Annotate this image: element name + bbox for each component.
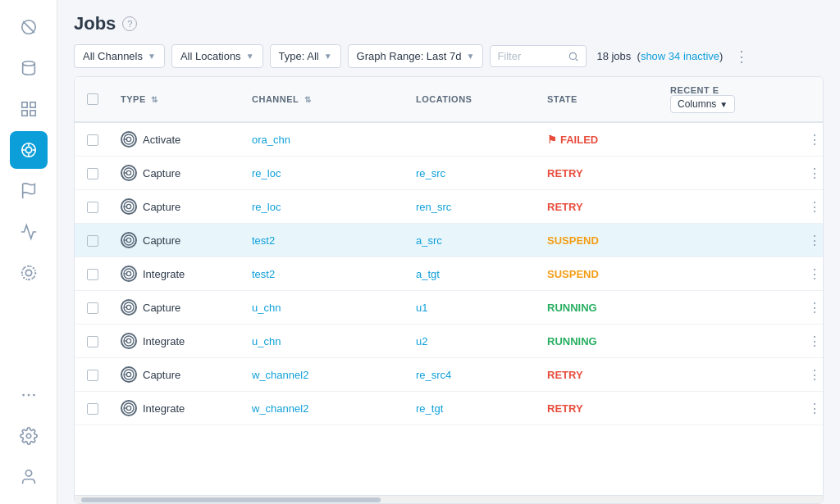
row-channel[interactable]: test2 <box>252 268 275 280</box>
table-header-row: TYPE ⇅ CHANNEL ⇅ LOCATIONS STATE RECENT … <box>75 77 823 122</box>
row-actions-button[interactable]: ⋮ <box>803 400 823 417</box>
table-row: Integrate u_chn u2 RUNNING ⋮ <box>75 325 823 358</box>
row-channel-cell: re_loc <box>242 157 406 190</box>
row-location[interactable]: a_tgt <box>416 268 440 280</box>
svg-line-1 <box>23 21 34 33</box>
horizontal-scrollbar[interactable] <box>75 495 823 503</box>
sidebar-item-user[interactable] <box>10 458 48 496</box>
row-checkbox[interactable] <box>87 302 98 314</box>
row-channel[interactable]: w_channel2 <box>252 369 308 381</box>
row-actions-button[interactable]: ⋮ <box>803 266 823 283</box>
type-dropdown-arrow: ▼ <box>324 52 332 61</box>
locations-dropdown-arrow: ▼ <box>246 52 254 61</box>
type-icon <box>121 299 137 316</box>
row-checkbox[interactable] <box>87 202 98 213</box>
row-checkbox[interactable] <box>87 235 98 247</box>
sidebar-item-cylinder[interactable] <box>10 49 48 87</box>
select-all-checkbox[interactable] <box>87 93 98 105</box>
th-channel[interactable]: CHANNEL ⇅ <box>242 77 406 122</box>
sidebar-item-syncsettings[interactable] <box>10 254 48 292</box>
row-channel[interactable]: re_loc <box>252 167 281 179</box>
row-checkbox-cell <box>75 392 111 425</box>
svg-point-27 <box>126 170 130 175</box>
channels-dropdown[interactable]: All Channels ▼ <box>74 44 165 68</box>
row-actions-button[interactable]: ⋮ <box>803 131 823 148</box>
row-actions-button[interactable]: ⋮ <box>803 333 823 350</box>
svg-point-19 <box>26 434 31 438</box>
row-checkbox[interactable] <box>87 403 98 415</box>
sidebar-item-circle-slash[interactable] <box>10 8 48 46</box>
sidebar-item-target[interactable] <box>10 131 48 169</box>
state-cell: RETRY <box>547 369 583 381</box>
row-type-cell: Capture <box>111 190 242 224</box>
row-actions-cell: ⋮ <box>793 325 823 358</box>
row-checkbox[interactable] <box>87 134 98 146</box>
locations-dropdown[interactable]: All Locations ▼ <box>171 44 263 68</box>
columns-button[interactable]: Columns ▼ <box>670 95 735 113</box>
row-location[interactable]: re_tgt <box>416 402 443 415</box>
sidebar-item-dots[interactable] <box>10 376 48 414</box>
svg-point-16 <box>22 394 25 397</box>
table-scroll[interactable]: TYPE ⇅ CHANNEL ⇅ LOCATIONS STATE RECENT … <box>75 77 823 495</box>
filter-input[interactable] <box>497 50 563 62</box>
row-channel[interactable]: u_chn <box>252 302 281 314</box>
row-state-cell: RUNNING <box>537 291 660 325</box>
row-channel[interactable]: w_channel2 <box>252 402 308 415</box>
row-checkbox-cell <box>75 257 111 291</box>
row-checkbox[interactable] <box>87 269 98 280</box>
row-type: Capture <box>143 201 180 213</box>
row-location[interactable]: a_src <box>416 234 442 247</box>
state-cell: RUNNING <box>547 335 597 347</box>
row-state-cell: ⚑ FAILED <box>537 122 660 157</box>
row-actions-button[interactable]: ⋮ <box>803 198 823 216</box>
toolbar-more-button[interactable]: ⋮ <box>729 46 754 67</box>
row-checkbox-cell <box>75 358 111 392</box>
th-type[interactable]: TYPE ⇅ <box>111 77 242 122</box>
row-actions-cell: ⋮ <box>793 157 823 190</box>
th-actions <box>793 77 823 122</box>
sidebar-item-gear[interactable] <box>10 417 48 455</box>
row-state-cell: SUSPEND <box>537 257 660 291</box>
svg-point-20 <box>25 470 31 476</box>
type-icon <box>121 266 137 282</box>
row-state-cell: RETRY <box>537 157 660 190</box>
row-location[interactable]: re_src <box>416 167 445 179</box>
row-type-cell: Capture <box>111 224 242 257</box>
graph-range-dropdown[interactable]: Graph Range: Last 7d ▼ <box>348 44 484 68</box>
row-channel[interactable]: re_loc <box>252 201 281 213</box>
type-icon <box>121 333 137 349</box>
row-state-cell: SUSPEND <box>537 224 660 257</box>
table-row: Activate ora_chn ⚑ FAILED ⋮ <box>75 122 823 157</box>
sidebar-item-flag[interactable] <box>10 172 48 210</box>
row-checkbox-cell <box>75 190 111 224</box>
table-row: Capture re_loc re_src RETRY ⋮ <box>75 157 823 190</box>
help-icon[interactable]: ? <box>122 16 137 31</box>
row-location[interactable]: u1 <box>416 302 427 314</box>
row-actions-button[interactable]: ⋮ <box>803 299 823 316</box>
row-location[interactable]: u2 <box>416 335 427 347</box>
row-location[interactable]: re_src4 <box>416 369 451 381</box>
inactive-link[interactable]: show 34 inactive <box>641 50 719 62</box>
sidebar-item-grid[interactable] <box>10 90 48 128</box>
row-location[interactable]: ren_src <box>416 201 451 213</box>
row-recent-cell <box>660 392 793 425</box>
type-icon <box>121 232 137 248</box>
row-actions-cell: ⋮ <box>793 358 823 392</box>
row-actions-button[interactable]: ⋮ <box>803 165 823 182</box>
row-state-cell: RETRY <box>537 190 660 224</box>
row-checkbox[interactable] <box>87 168 98 179</box>
row-channel[interactable]: ora_chn <box>252 134 290 146</box>
row-channel[interactable]: u_chn <box>252 335 281 347</box>
channel-sort-icon: ⇅ <box>304 95 312 104</box>
type-icon <box>121 400 137 416</box>
state-cell: SUSPEND <box>547 234 599 247</box>
row-checkbox[interactable] <box>87 370 98 381</box>
svg-line-22 <box>576 58 578 61</box>
row-checkbox[interactable] <box>87 336 98 347</box>
table-row: Capture w_channel2 re_src4 RETRY ⋮ <box>75 358 823 392</box>
sidebar-item-chart[interactable] <box>10 213 48 251</box>
row-actions-button[interactable]: ⋮ <box>803 366 823 384</box>
type-dropdown[interactable]: Type: All ▼ <box>270 44 341 68</box>
row-channel[interactable]: test2 <box>252 234 275 247</box>
row-actions-button[interactable]: ⋮ <box>803 232 823 249</box>
